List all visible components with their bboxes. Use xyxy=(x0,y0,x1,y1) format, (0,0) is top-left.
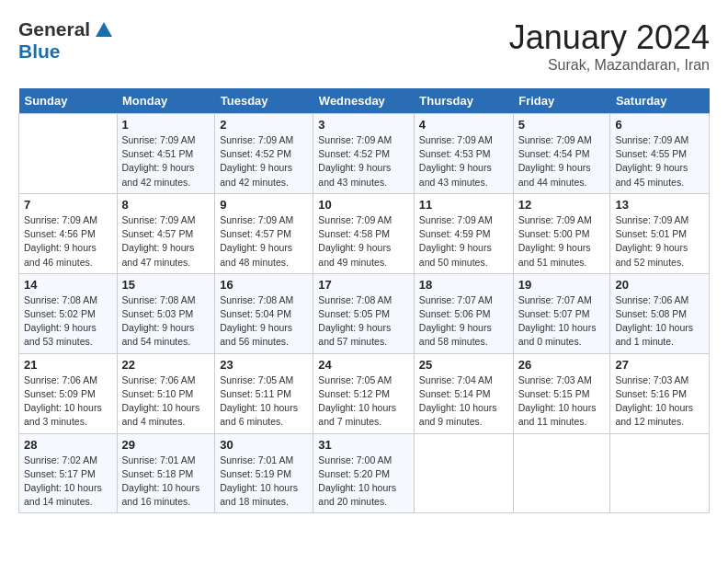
calendar-cell xyxy=(19,114,118,194)
day-info: Sunrise: 7:06 AM Sunset: 5:10 PM Dayligh… xyxy=(122,373,210,430)
calendar-cell: 18Sunrise: 7:07 AM Sunset: 5:06 PM Dayli… xyxy=(414,273,513,353)
calendar-cell: 9Sunrise: 7:09 AM Sunset: 4:57 PM Daylig… xyxy=(215,193,313,273)
weekday-header-tuesday: Tuesday xyxy=(215,88,313,114)
day-info: Sunrise: 7:01 AM Sunset: 5:19 PM Dayligh… xyxy=(220,454,308,510)
day-number: 27 xyxy=(615,358,704,372)
calendar-cell: 17Sunrise: 7:08 AM Sunset: 5:05 PM Dayli… xyxy=(313,273,415,353)
calendar-cell: 29Sunrise: 7:01 AM Sunset: 5:18 PM Dayli… xyxy=(117,433,215,513)
calendar-cell xyxy=(414,433,513,513)
calendar-cell: 24Sunrise: 7:05 AM Sunset: 5:12 PM Dayli… xyxy=(313,353,415,433)
title-block: January 2024 Surak, Mazandaran, Iran xyxy=(509,18,710,74)
weekday-row: SundayMondayTuesdayWednesdayThursdayFrid… xyxy=(19,88,710,114)
calendar-cell: 28Sunrise: 7:02 AM Sunset: 5:17 PM Dayli… xyxy=(19,433,118,513)
day-number: 29 xyxy=(122,438,210,452)
day-info: Sunrise: 7:09 AM Sunset: 4:52 PM Dayligh… xyxy=(318,133,409,190)
day-number: 23 xyxy=(220,358,308,372)
day-info: Sunrise: 7:07 AM Sunset: 5:06 PM Dayligh… xyxy=(419,293,508,350)
calendar-body: 1Sunrise: 7:09 AM Sunset: 4:51 PM Daylig… xyxy=(19,114,710,513)
day-number: 26 xyxy=(518,358,606,372)
day-number: 17 xyxy=(318,278,409,292)
calendar-cell: 3Sunrise: 7:09 AM Sunset: 4:52 PM Daylig… xyxy=(313,114,415,194)
calendar-cell: 30Sunrise: 7:01 AM Sunset: 5:19 PM Dayli… xyxy=(215,433,313,513)
calendar-week-3: 21Sunrise: 7:06 AM Sunset: 5:09 PM Dayli… xyxy=(19,353,710,433)
day-info: Sunrise: 7:09 AM Sunset: 4:57 PM Dayligh… xyxy=(220,213,308,270)
day-number: 28 xyxy=(24,438,112,452)
calendar-week-0: 1Sunrise: 7:09 AM Sunset: 4:51 PM Daylig… xyxy=(19,114,710,194)
month-title: January 2024 xyxy=(509,18,710,57)
day-number: 15 xyxy=(122,278,210,292)
day-info: Sunrise: 7:08 AM Sunset: 5:04 PM Dayligh… xyxy=(220,293,308,350)
calendar-cell: 15Sunrise: 7:08 AM Sunset: 5:03 PM Dayli… xyxy=(117,273,215,353)
day-info: Sunrise: 7:06 AM Sunset: 5:08 PM Dayligh… xyxy=(615,293,704,350)
calendar-cell: 31Sunrise: 7:00 AM Sunset: 5:20 PM Dayli… xyxy=(313,433,415,513)
logo-triangle-icon xyxy=(94,20,114,39)
day-number: 22 xyxy=(122,358,210,372)
day-number: 9 xyxy=(220,198,308,212)
weekday-header-thursday: Thursday xyxy=(414,88,513,114)
day-info: Sunrise: 7:09 AM Sunset: 4:58 PM Dayligh… xyxy=(318,213,409,270)
day-info: Sunrise: 7:08 AM Sunset: 5:05 PM Dayligh… xyxy=(318,293,409,350)
page-header: General Blue January 2024 Surak, Mazanda… xyxy=(18,18,710,74)
day-info: Sunrise: 7:07 AM Sunset: 5:07 PM Dayligh… xyxy=(518,293,606,350)
day-number: 12 xyxy=(518,198,606,212)
day-info: Sunrise: 7:09 AM Sunset: 4:52 PM Dayligh… xyxy=(220,133,308,190)
calendar-cell: 13Sunrise: 7:09 AM Sunset: 5:01 PM Dayli… xyxy=(610,193,710,273)
calendar-table: SundayMondayTuesdayWednesdayThursdayFrid… xyxy=(18,88,710,513)
day-info: Sunrise: 7:05 AM Sunset: 5:11 PM Dayligh… xyxy=(220,373,308,430)
day-number: 20 xyxy=(615,278,704,292)
calendar-cell: 11Sunrise: 7:09 AM Sunset: 4:59 PM Dayli… xyxy=(414,193,513,273)
day-number: 21 xyxy=(24,358,112,372)
calendar-cell: 12Sunrise: 7:09 AM Sunset: 5:00 PM Dayli… xyxy=(513,193,610,273)
day-info: Sunrise: 7:09 AM Sunset: 4:55 PM Dayligh… xyxy=(615,133,704,190)
calendar-week-2: 14Sunrise: 7:08 AM Sunset: 5:02 PM Dayli… xyxy=(19,273,710,353)
calendar-cell xyxy=(610,433,710,513)
calendar-cell: 23Sunrise: 7:05 AM Sunset: 5:11 PM Dayli… xyxy=(215,353,313,433)
day-number: 1 xyxy=(122,118,210,132)
calendar-cell: 1Sunrise: 7:09 AM Sunset: 4:51 PM Daylig… xyxy=(117,114,215,194)
logo: General Blue xyxy=(18,18,114,63)
calendar-cell: 6Sunrise: 7:09 AM Sunset: 4:55 PM Daylig… xyxy=(610,114,710,194)
day-info: Sunrise: 7:08 AM Sunset: 5:02 PM Dayligh… xyxy=(24,293,112,350)
calendar-cell: 20Sunrise: 7:06 AM Sunset: 5:08 PM Dayli… xyxy=(610,273,710,353)
day-info: Sunrise: 7:09 AM Sunset: 4:54 PM Dayligh… xyxy=(518,133,606,190)
day-info: Sunrise: 7:09 AM Sunset: 4:59 PM Dayligh… xyxy=(419,213,508,270)
day-info: Sunrise: 7:05 AM Sunset: 5:12 PM Dayligh… xyxy=(318,373,409,430)
weekday-header-monday: Monday xyxy=(117,88,215,114)
day-number: 11 xyxy=(419,198,508,212)
calendar-cell: 22Sunrise: 7:06 AM Sunset: 5:10 PM Dayli… xyxy=(117,353,215,433)
calendar-cell: 26Sunrise: 7:03 AM Sunset: 5:15 PM Dayli… xyxy=(513,353,610,433)
location-subtitle: Surak, Mazandaran, Iran xyxy=(509,57,710,74)
day-info: Sunrise: 7:09 AM Sunset: 4:51 PM Dayligh… xyxy=(122,133,210,190)
day-number: 25 xyxy=(419,358,508,372)
day-info: Sunrise: 7:03 AM Sunset: 5:16 PM Dayligh… xyxy=(615,373,704,430)
day-number: 18 xyxy=(419,278,508,292)
calendar-cell xyxy=(513,433,610,513)
calendar-cell: 10Sunrise: 7:09 AM Sunset: 4:58 PM Dayli… xyxy=(313,193,415,273)
day-number: 6 xyxy=(615,118,704,132)
day-number: 4 xyxy=(419,118,508,132)
calendar-cell: 27Sunrise: 7:03 AM Sunset: 5:16 PM Dayli… xyxy=(610,353,710,433)
weekday-header-saturday: Saturday xyxy=(610,88,710,114)
logo-blue-text: Blue xyxy=(18,40,61,62)
day-info: Sunrise: 7:09 AM Sunset: 4:57 PM Dayligh… xyxy=(122,213,210,270)
weekday-header-wednesday: Wednesday xyxy=(313,88,415,114)
day-number: 13 xyxy=(615,198,704,212)
day-number: 10 xyxy=(318,198,409,212)
weekday-header-friday: Friday xyxy=(513,88,610,114)
calendar-cell: 2Sunrise: 7:09 AM Sunset: 4:52 PM Daylig… xyxy=(215,114,313,194)
svg-marker-0 xyxy=(96,22,112,37)
calendar-cell: 19Sunrise: 7:07 AM Sunset: 5:07 PM Dayli… xyxy=(513,273,610,353)
day-number: 31 xyxy=(318,438,409,452)
day-info: Sunrise: 7:03 AM Sunset: 5:15 PM Dayligh… xyxy=(518,373,606,430)
calendar-cell: 21Sunrise: 7:06 AM Sunset: 5:09 PM Dayli… xyxy=(19,353,118,433)
day-info: Sunrise: 7:09 AM Sunset: 5:01 PM Dayligh… xyxy=(615,213,704,270)
day-info: Sunrise: 7:08 AM Sunset: 5:03 PM Dayligh… xyxy=(122,293,210,350)
day-info: Sunrise: 7:01 AM Sunset: 5:18 PM Dayligh… xyxy=(122,454,210,510)
day-info: Sunrise: 7:00 AM Sunset: 5:20 PM Dayligh… xyxy=(318,454,409,510)
calendar-cell: 8Sunrise: 7:09 AM Sunset: 4:57 PM Daylig… xyxy=(117,193,215,273)
calendar-cell: 7Sunrise: 7:09 AM Sunset: 4:56 PM Daylig… xyxy=(19,193,118,273)
day-number: 8 xyxy=(122,198,210,212)
calendar-week-4: 28Sunrise: 7:02 AM Sunset: 5:17 PM Dayli… xyxy=(19,433,710,513)
day-number: 14 xyxy=(24,278,112,292)
day-number: 3 xyxy=(318,118,409,132)
